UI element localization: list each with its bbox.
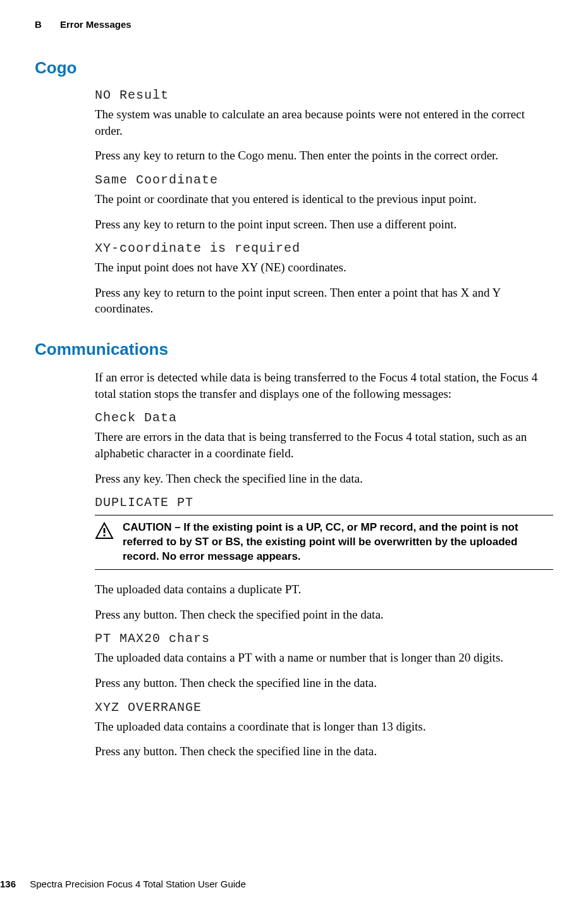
error-description: The uploaded data contains a PT with a n…: [95, 650, 553, 666]
caution-icon: [95, 522, 114, 542]
error-code: Check Data: [95, 410, 553, 425]
caution-box: CAUTION – If the existing point is a UP,…: [95, 515, 553, 570]
error-code: NO Result: [95, 88, 553, 102]
footer-guide-title: Spectra Precision Focus 4 Total Station …: [30, 879, 246, 889]
svg-rect-0: [104, 528, 106, 533]
error-code: XYZ OVERRANGE: [95, 700, 553, 715]
error-code: DUPLICATE PT: [95, 495, 553, 510]
error-description: The uploaded data contains a duplicate P…: [95, 581, 553, 598]
error-code: XY-coordinate is required: [95, 241, 553, 256]
error-code: PT MAX20 chars: [95, 631, 553, 646]
comms-intro: If an error is detected while data is be…: [95, 369, 553, 402]
appendix-letter: B: [35, 19, 58, 30]
svg-rect-1: [104, 534, 106, 536]
page-number: 136: [0, 879, 27, 889]
running-header: B Error Messages: [35, 19, 553, 30]
error-action: Press any key to return to the point inp…: [95, 285, 553, 317]
comms-content: If an error is detected while data is be…: [95, 369, 553, 760]
error-action: Press any button. Then check the specifi…: [95, 607, 553, 623]
error-code: Same Coordinate: [95, 173, 553, 187]
page-footer: 136 Spectra Precision Focus 4 Total Stat…: [0, 879, 246, 889]
error-action: Press any key. Then check the specified …: [95, 471, 553, 487]
error-description: The uploaded data contains a coordinate …: [95, 719, 553, 735]
error-action: Press any key to return to the Cogo menu…: [95, 147, 553, 164]
error-description: There are errors in the data that is bei…: [95, 429, 553, 461]
error-action: Press any key to return to the point inp…: [95, 216, 553, 233]
cogo-content: NO Result The system was unable to calcu…: [95, 88, 553, 317]
header-title: Error Messages: [60, 19, 132, 30]
error-description: The point or coordinate that you entered…: [95, 191, 553, 207]
error-description: The input point does not have XY (NE) co…: [95, 259, 553, 276]
caution-text: CAUTION – If the existing point is a UP,…: [123, 521, 553, 564]
error-action: Press any button. Then check the specifi…: [95, 675, 553, 691]
error-action: Press any button. Then check the specifi…: [95, 743, 553, 760]
section-heading-communications: Communications: [35, 340, 553, 359]
error-description: The system was unable to calculate an ar…: [95, 106, 553, 139]
section-heading-cogo: Cogo: [35, 58, 553, 78]
